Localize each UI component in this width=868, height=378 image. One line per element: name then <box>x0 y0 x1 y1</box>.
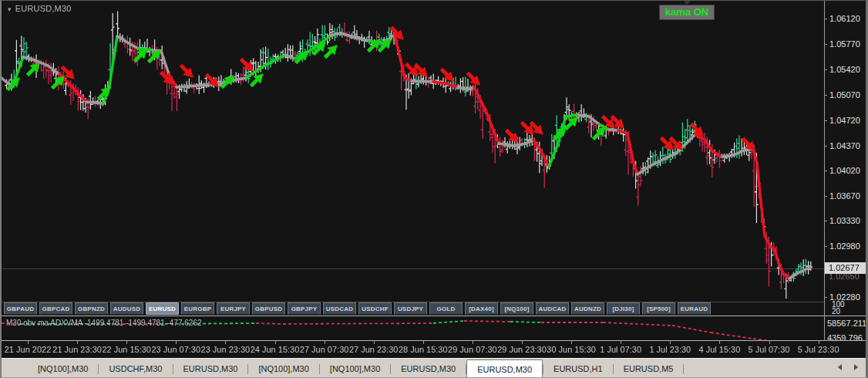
time-axis-tick <box>28 341 29 344</box>
chart-tab-3[interactable]: [NQ100],M30 <box>248 359 318 378</box>
kama-button-label: kama ON <box>665 6 708 18</box>
mt4-window: ▾EURUSD,M30 kama ON 1.02650 1.02677 1.06… <box>0 0 868 378</box>
scale-column-separator <box>824 302 825 340</box>
indicator-label: M30 obv ma ADXVMA -1499.4781 -1499.4781 … <box>6 319 202 327</box>
time-axis-label: 1 Jul 23:30 <box>649 345 691 354</box>
time-axis-label: 5 Jul 07:30 <box>749 345 790 354</box>
price-axis-label: 1.04020 <box>829 166 860 175</box>
time-axis-tick <box>77 341 78 344</box>
price-axis-label: 1.05420 <box>829 65 860 74</box>
time-axis-label: 23 Jun 07:30 <box>151 345 200 354</box>
chart-tab-4[interactable]: [NQ100],M30 <box>320 359 390 378</box>
symbol-button-dax40[interactable]: [DAX40] <box>465 302 498 315</box>
symbol-button-gbpnzd[interactable]: GBPNZD <box>75 302 108 315</box>
time-axis-label: 27 Jun 07:30 <box>300 345 349 354</box>
chart-tab-8[interactable]: EURUSD,M5 <box>614 359 684 378</box>
tab-bar-spacer <box>2 359 28 378</box>
time-axis-label: 27 Jun 23:30 <box>349 345 399 354</box>
time-axis-tick <box>571 341 572 344</box>
symbol-button-usdjpy[interactable]: USDJPY <box>394 302 427 315</box>
symbol-button-gbpaud[interactable]: GBPAUD <box>4 302 37 315</box>
symbol-button-euraud[interactable]: EURAUD <box>678 302 711 315</box>
symbol-button-sp500[interactable]: [SP500] <box>642 302 675 315</box>
price-chart-canvas[interactable] <box>2 1 824 302</box>
time-axis-tick <box>423 341 424 344</box>
time-axis-tick <box>275 341 276 344</box>
chart-tab-1[interactable]: USDCHF,M30 <box>99 359 172 378</box>
time-axis-tick <box>621 341 621 344</box>
time-axis-tick <box>522 341 523 344</box>
symbol-button-audusd[interactable]: AUDUSD <box>110 302 143 315</box>
time-axis-label: 22 Jun 15:30 <box>102 345 151 354</box>
symbol-button-usdchf[interactable]: USDCHF <box>358 302 392 315</box>
tab-scroll-controls <box>838 364 858 370</box>
time-axis-label: 5 Jul 23:30 <box>798 345 839 354</box>
time-axis-tick <box>473 341 473 344</box>
symbol-button-usdcad[interactable]: USDCAD <box>323 302 356 315</box>
mini-scale-20: 20 <box>832 308 840 315</box>
price-axis[interactable]: 1.02650 1.02677 1.061201.057701.054201.0… <box>824 1 866 302</box>
time-axis-label: 29 Jun 23:30 <box>497 345 547 354</box>
chart-symbol-title: ▾EURUSD,M30 <box>8 4 72 13</box>
symbol-button-gbpjpy[interactable]: GBPJPY <box>288 302 321 315</box>
time-axis-label: 21 Jun 23:30 <box>52 345 102 354</box>
chart-title-label: EURUSD,M30 <box>15 4 72 13</box>
time-axis-label: 1 Jul 07:30 <box>600 345 641 354</box>
time-axis-tick <box>176 341 177 344</box>
time-axis-tick <box>719 341 720 344</box>
time-axis-label: 30 Jun 15:30 <box>547 345 596 354</box>
price-axis-label: 1.02980 <box>829 241 860 251</box>
chevron-down-icon: ▾ <box>8 5 12 13</box>
symbol-button-dji30[interactable]: [DJI30] <box>607 302 640 315</box>
time-axis-label: 28 Jun 15:30 <box>399 345 448 354</box>
time-axis-label: 21 Jun 2022 <box>5 345 52 354</box>
time-axis-tick <box>126 341 127 344</box>
symbol-button-gbpcad[interactable]: GBPCAD <box>39 302 72 315</box>
time-axis-label: 29 Jun 07:30 <box>448 345 497 354</box>
chart-tab-7[interactable]: EURUSD,H1 <box>543 359 613 378</box>
price-axis-label: 1.03330 <box>829 216 860 225</box>
time-axis-tick <box>819 341 819 344</box>
time-axis-label: 24 Jun 15:30 <box>251 345 300 354</box>
time-axis[interactable]: 21 Jun 202221 Jun 23:3022 Jun 15:3023 Ju… <box>2 341 867 358</box>
symbol-button-audnzd[interactable]: AUDNZD <box>571 302 604 315</box>
tab-separator <box>683 364 684 374</box>
symbol-button-nq100[interactable]: [NQ100] <box>500 302 533 315</box>
chart-tab-5[interactable]: EURUSD,M30 <box>391 359 466 378</box>
time-axis-label: 23 Jun 23:30 <box>201 345 251 354</box>
time-axis-tick <box>225 341 226 344</box>
chart-tab-2[interactable]: EURUSD,M30 <box>173 359 248 378</box>
tab-scroll-left-icon[interactable] <box>838 364 842 370</box>
price-axis-label: 1.05770 <box>829 39 860 49</box>
time-axis-label: 4 Jul 15:30 <box>698 345 740 354</box>
indicator-axis-value-1: 58567.211 <box>827 319 866 328</box>
time-axis-tick <box>374 341 375 344</box>
price-axis-label: 1.05070 <box>829 90 860 100</box>
symbol-button-eurusd[interactable]: EURUSD <box>146 302 179 315</box>
chart-tab-0[interactable]: [NQ100],M30 <box>28 359 98 378</box>
price-axis-label: 1.03670 <box>829 191 860 201</box>
time-axis-tick <box>769 341 770 344</box>
symbol-button-gold[interactable]: GOLD <box>429 302 463 315</box>
kama-toggle-button[interactable]: kama ON <box>659 5 715 20</box>
price-axis-label: 1.04370 <box>829 141 860 150</box>
symbol-button-gbpusd[interactable]: GBPUSD <box>252 302 285 315</box>
tab-scroll-right-icon[interactable] <box>854 364 858 370</box>
symbol-button-eurgbp[interactable]: EURGBP <box>181 302 214 315</box>
time-axis-tick <box>325 341 325 344</box>
price-axis-label: 1.06120 <box>829 14 860 23</box>
current-price-badge: 1.02677 <box>825 262 866 274</box>
symbol-changer-bar: GBPAUDGBPCADGBPNZDAUDUSDEURUSDEURGBPEURJ… <box>4 302 775 316</box>
symbol-button-audcad[interactable]: AUDCAD <box>536 302 569 315</box>
symbol-button-eurjpy[interactable]: EURJPY <box>217 302 250 315</box>
chart-tab-6[interactable]: EURUSD,M30 <box>466 359 543 378</box>
price-axis-label: 1.04720 <box>829 116 860 125</box>
triangle-down-icon <box>683 0 691 5</box>
time-axis-tick <box>670 341 671 344</box>
chart-tab-bar: [NQ100],M30USDCHF,M30EURUSD,M30[NQ100],M… <box>2 358 867 378</box>
